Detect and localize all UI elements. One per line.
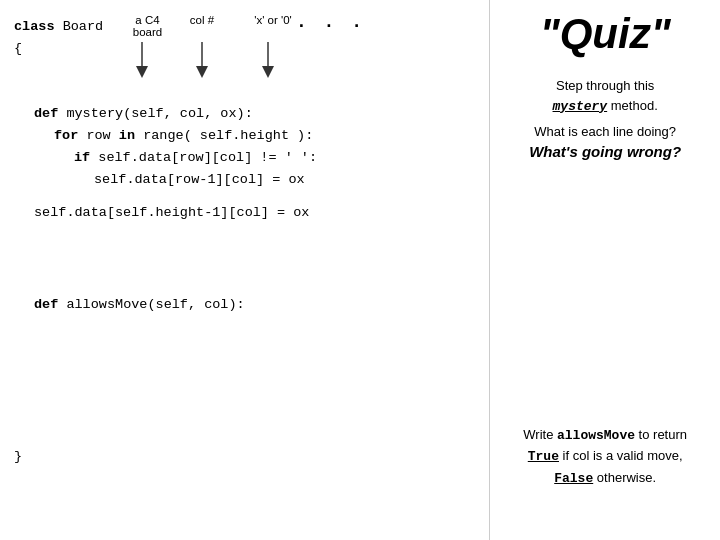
code-panel: class Board { · · · a C4board col # 'x' … — [0, 0, 489, 540]
step-through-text: Step through this mystery method. — [504, 76, 706, 116]
info-panel: "Quiz" Step through this mystery method.… — [490, 0, 720, 540]
for-row-line: for row in range( self.height ): — [14, 125, 479, 147]
true-code: True — [528, 449, 559, 464]
close-brace-line: } — [14, 446, 479, 468]
allows-move-code: allowsMove — [557, 428, 635, 443]
self-data-height-line: self.data[self.height-1][col] = ox — [14, 202, 479, 224]
def-mystery-line: def mystery(self, col, ox): — [14, 103, 479, 125]
if-self-line: if self.data[row][col] != ' ': — [14, 147, 479, 169]
false-code: False — [554, 471, 593, 486]
write-allows-text: Write allowsMove to return True if col i… — [504, 425, 706, 530]
arrows-svg — [120, 14, 480, 89]
self-data-minus-line: self.data[row-1][col] = ox — [14, 169, 479, 191]
quiz-title: "Quiz" — [504, 10, 706, 58]
mystery-method-label: mystery — [553, 99, 608, 114]
whats-wrong-text: What's going wrong? — [504, 143, 706, 160]
def-allows-move-line: def allowsMove(self, col): — [14, 294, 479, 316]
annotations-area: · · · a C4board col # 'x' or '0' — [120, 14, 470, 84]
what-line-text: What is each line doing? — [504, 124, 706, 139]
